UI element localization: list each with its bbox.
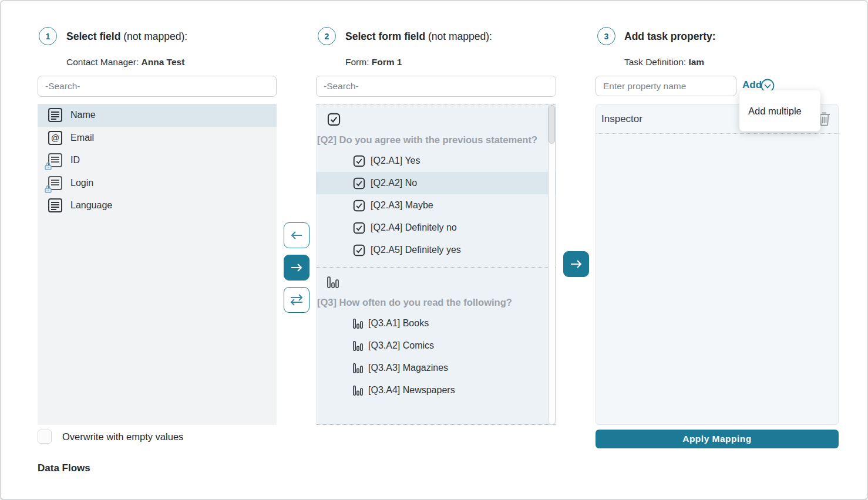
- add-property-button[interactable]: Add: [742, 79, 762, 91]
- answer-label: [Q3.A3] Magazines: [368, 363, 448, 373]
- field-row-label: Login: [70, 178, 93, 188]
- answer-row-selected[interactable]: [Q2.A2] No: [316, 172, 556, 194]
- answer-row[interactable]: [Q3.A2] Comics: [316, 335, 556, 357]
- text-field-icon: [48, 198, 63, 213]
- answer-label: [Q2.A4] Definitely no: [371, 222, 457, 233]
- arrow-right-icon: [568, 256, 584, 272]
- step-3-number: 3: [604, 32, 609, 41]
- question-group-title[interactable]: [Q2] Do you agree with the previous stat…: [316, 132, 556, 150]
- step-1-badge: 1: [39, 27, 57, 45]
- step-1-number: 1: [46, 32, 51, 41]
- question-type-row[interactable]: [316, 104, 556, 132]
- inspector-title: Inspector: [601, 113, 642, 125]
- field-row-login[interactable]: Login: [38, 172, 277, 195]
- question-group-title[interactable]: [Q3] How often do you read the following…: [316, 295, 556, 312]
- step-3-title: Add task property:: [624, 31, 716, 43]
- step-1-source: Contact Manager: Anna Test: [66, 57, 184, 67]
- field-mapping-panel: 1 Select field (not mapped): Contact Man…: [0, 0, 868, 500]
- swap-arrows-icon: [288, 292, 305, 308]
- checkbox-icon: [353, 200, 365, 212]
- answer-label: [Q2.A5] Definitely yes: [371, 245, 461, 255]
- field-row-language[interactable]: Language: [38, 194, 277, 217]
- menu-item-add-multiple[interactable]: Add multiple: [739, 90, 820, 131]
- answer-row[interactable]: [Q3.A1] Books: [316, 312, 556, 335]
- field-row-email[interactable]: @ Email: [38, 127, 277, 150]
- swap-mapping-button[interactable]: [284, 287, 309, 313]
- overwrite-label: Overwrite with empty values: [62, 431, 183, 442]
- checkbox-icon: [353, 244, 365, 256]
- answer-label: [Q2.A1] Yes: [371, 156, 420, 166]
- answer-row[interactable]: [Q3.A4] Newspapers: [316, 379, 556, 401]
- svg-text:@: @: [51, 133, 59, 143]
- step-2-badge: 2: [318, 27, 336, 45]
- checkbox-icon: [327, 113, 341, 126]
- add-options-menu: Add multiple: [739, 90, 820, 131]
- field-row-label: Language: [70, 200, 112, 211]
- move-to-task-button[interactable]: [563, 251, 589, 277]
- email-field-icon: @: [48, 130, 63, 146]
- bar-chart-icon: [353, 318, 363, 329]
- answer-row[interactable]: [Q2.A1] Yes: [316, 150, 556, 172]
- field-list: Name @ Email ID Login: [38, 104, 277, 425]
- answer-row[interactable]: [Q3.A3] Magazines: [316, 357, 556, 379]
- bar-chart-icon: [353, 363, 363, 374]
- move-left-button[interactable]: [284, 222, 309, 248]
- field-search-input[interactable]: [38, 76, 277, 97]
- step-2-source: Form: Form 1: [345, 57, 402, 67]
- arrow-left-icon: [289, 228, 304, 243]
- field-row-label: ID: [70, 155, 80, 165]
- data-flows-heading: Data Flows: [38, 462, 90, 474]
- answer-label: [Q3.A4] Newspapers: [368, 385, 455, 396]
- form-list-scrollbar[interactable]: [548, 104, 556, 425]
- bar-chart-icon: [353, 340, 363, 352]
- bar-chart-icon: [353, 385, 363, 396]
- text-field-icon: [48, 107, 63, 123]
- property-name-input[interactable]: [596, 76, 736, 96]
- lock-icon: [44, 185, 52, 193]
- field-row-id[interactable]: ID: [38, 149, 277, 172]
- inspector-panel: Inspector: [596, 104, 839, 425]
- field-row-name[interactable]: Name: [38, 104, 277, 127]
- apply-mapping-button[interactable]: Apply Mapping: [596, 430, 839, 448]
- checkbox-icon: [353, 222, 365, 234]
- answer-label: [Q2.A2] No: [371, 178, 417, 188]
- step-3-badge: 3: [597, 27, 615, 45]
- answer-label: [Q3.A1] Books: [368, 318, 429, 329]
- form-field-search-input[interactable]: [316, 76, 556, 97]
- answer-label: [Q2.A3] Maybe: [371, 200, 433, 211]
- checkbox-icon: [353, 155, 365, 167]
- scrollbar-thumb[interactable]: [549, 105, 555, 144]
- question-type-row[interactable]: [316, 268, 556, 295]
- overwrite-checkbox[interactable]: [38, 430, 52, 444]
- answer-label: [Q3.A2] Comics: [368, 340, 434, 351]
- answer-row[interactable]: [Q2.A3] Maybe: [316, 194, 556, 217]
- field-row-label: Name: [70, 110, 96, 120]
- answer-row[interactable]: [Q2.A4] Definitely no: [316, 217, 556, 239]
- answer-row[interactable]: [Q2.A5] Definitely yes: [316, 239, 556, 261]
- locked-text-field-icon: [48, 153, 63, 168]
- lock-icon: [44, 162, 52, 170]
- checkbox-icon: [353, 177, 365, 190]
- step-2-number: 2: [325, 32, 329, 41]
- step-2-title: Select form field (not mapped):: [345, 31, 492, 43]
- arrow-right-icon: [289, 260, 304, 275]
- move-right-button[interactable]: [284, 255, 309, 281]
- locked-text-field-icon: [48, 175, 63, 191]
- form-field-list: [Q2] Do you agree with the previous stat…: [316, 104, 556, 425]
- field-row-label: Email: [70, 133, 94, 143]
- step-3-source: Task Definition: Iam: [624, 57, 704, 67]
- step-1-title: Select field (not mapped):: [66, 31, 187, 43]
- bar-chart-icon: [327, 276, 339, 289]
